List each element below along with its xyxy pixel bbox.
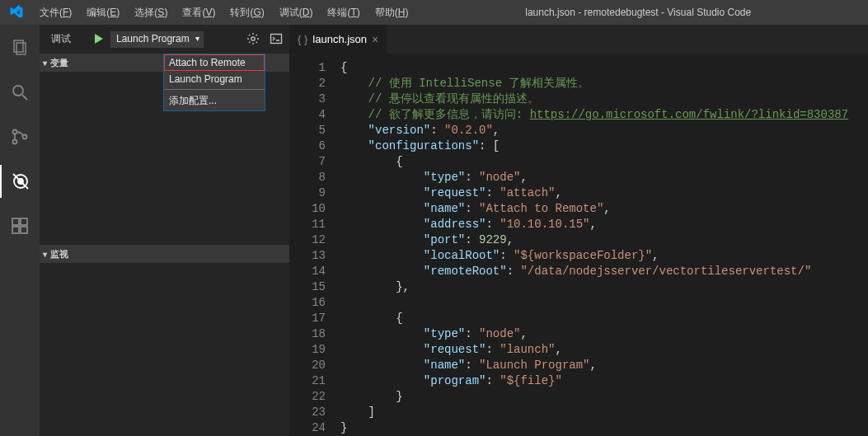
chevron-down-icon: ▾ — [43, 250, 47, 259]
code-line[interactable]: "request": "launch", — [340, 342, 848, 358]
svg-line-3 — [22, 95, 27, 100]
editor-body[interactable]: 123456789101112131415161718192021222324 … — [289, 54, 868, 436]
line-number: 21 — [289, 373, 326, 389]
debug-icon[interactable] — [0, 165, 40, 198]
line-number: 16 — [289, 295, 326, 311]
code-line[interactable]: "type": "node", — [340, 326, 848, 342]
line-number: 10 — [289, 201, 326, 217]
line-number: 13 — [289, 248, 326, 264]
code-line[interactable]: "version": "0.2.0", — [340, 123, 848, 138]
window-title: launch.json - remotedebugtest - Visual S… — [415, 7, 861, 18]
code-line[interactable]: } — [340, 420, 848, 436]
source-control-icon[interactable] — [0, 120, 40, 153]
code-line[interactable]: }, — [340, 279, 848, 295]
code-line[interactable]: "name": "Launch Program", — [340, 358, 848, 373]
svg-point-15 — [251, 36, 255, 40]
svg-point-4 — [13, 130, 17, 134]
close-icon[interactable]: × — [372, 33, 378, 46]
dropdown-add-config[interactable]: 添加配置... — [164, 91, 265, 110]
svg-rect-1 — [16, 43, 26, 54]
code-line[interactable]: "type": "node", — [340, 170, 848, 185]
menu-item[interactable]: 编辑(E) — [80, 2, 126, 23]
line-number: 15 — [289, 279, 326, 295]
line-number: 5 — [289, 123, 326, 138]
code-line[interactable]: // 悬停以查看现有属性的描述。 — [340, 91, 848, 107]
json-file-icon: { } — [298, 33, 307, 45]
dropdown-item[interactable]: Launch Program — [164, 71, 265, 87]
titlebar: 文件(F)编辑(E)选择(S)查看(V)转到(G)调试(D)终端(T)帮助(H)… — [0, 0, 868, 25]
line-number: 7 — [289, 154, 326, 170]
line-number: 1 — [289, 60, 326, 76]
line-number: 24 — [289, 420, 326, 436]
tab-launch-json[interactable]: { } launch.json × — [289, 25, 387, 54]
svg-point-6 — [23, 135, 27, 139]
svg-rect-11 — [21, 218, 27, 225]
search-icon[interactable] — [0, 76, 40, 109]
debug-config-dropdown[interactable]: Attach to RemoteLaunch Program添加配置... — [163, 54, 265, 111]
gear-icon[interactable] — [246, 32, 260, 47]
editor-area: { } launch.json × 1234567891011121314151… — [289, 25, 868, 436]
code-line[interactable]: "program": "${file}" — [340, 373, 848, 389]
vscode-logo-icon — [7, 2, 26, 22]
code-line[interactable]: "remoteRoot": "/data/nodejsserver/vector… — [340, 264, 848, 279]
menu-item[interactable]: 文件(F) — [33, 2, 78, 23]
line-number: 14 — [289, 264, 326, 279]
code-line[interactable]: } — [340, 389, 848, 405]
sidebar-title: 调试 — [51, 32, 71, 46]
svg-rect-10 — [12, 218, 19, 225]
line-number: 9 — [289, 185, 326, 201]
svg-point-2 — [13, 86, 23, 96]
code-line[interactable]: "address": "10.10.10.15", — [340, 217, 848, 232]
explorer-icon[interactable] — [0, 31, 40, 64]
menu-item[interactable]: 查看(V) — [176, 2, 222, 23]
dropdown-item[interactable]: Attach to Remote — [164, 54, 265, 71]
svg-point-5 — [13, 140, 17, 144]
menu-item[interactable]: 调试(D) — [273, 2, 320, 23]
watch-section-body — [40, 263, 289, 436]
line-number: 19 — [289, 342, 326, 358]
code-line[interactable]: "port": 9229, — [340, 232, 848, 248]
code-line[interactable]: { — [340, 60, 848, 76]
menu-item[interactable]: 终端(T) — [321, 2, 366, 23]
extensions-icon[interactable] — [0, 209, 40, 242]
svg-rect-16 — [271, 34, 282, 43]
code-line[interactable]: "configurations": [ — [340, 138, 848, 154]
line-number: 3 — [289, 91, 326, 107]
svg-marker-14 — [95, 34, 103, 44]
code-line[interactable] — [340, 295, 848, 311]
line-number: 22 — [289, 389, 326, 405]
code-line[interactable]: // 欲了解更多信息，请访问: https://go.microsoft.com… — [340, 107, 848, 123]
debug-toolbar: 调试 Launch Program — [40, 25, 289, 54]
watch-label: 监视 — [50, 248, 68, 260]
line-number: 2 — [289, 76, 326, 91]
watch-section-header[interactable]: ▾ 监视 — [40, 245, 289, 263]
code-line[interactable]: // 使用 IntelliSense 了解相关属性。 — [340, 76, 848, 91]
code-line[interactable]: "localRoot": "${workspaceFolder}", — [340, 248, 848, 264]
menu-item[interactable]: 转到(G) — [223, 2, 270, 23]
line-number: 12 — [289, 232, 326, 248]
line-number-gutter: 123456789101112131415161718192021222324 — [289, 54, 340, 436]
code-line[interactable]: "request": "attach", — [340, 185, 848, 201]
start-debug-button[interactable] — [92, 32, 106, 47]
debug-sidebar: 调试 Launch Program Attach to RemoteLaunch… — [40, 25, 289, 436]
editor-tabs: { } launch.json × — [289, 25, 868, 54]
chevron-down-icon: ▾ — [43, 59, 47, 68]
svg-point-9 — [18, 179, 23, 184]
code-line[interactable]: "name": "Attach to Remote", — [340, 201, 848, 217]
menu-item[interactable]: 选择(S) — [128, 2, 174, 23]
code-line[interactable]: { — [340, 154, 848, 170]
code-line[interactable]: { — [340, 311, 848, 326]
line-number: 8 — [289, 170, 326, 185]
code-line[interactable]: ] — [340, 405, 848, 420]
debug-console-icon[interactable] — [270, 32, 283, 47]
debug-config-select[interactable]: Launch Program — [110, 31, 204, 48]
code-content[interactable]: { // 使用 IntelliSense 了解相关属性。 // 悬停以查看现有属… — [340, 54, 848, 436]
tab-label: launch.json — [312, 33, 367, 45]
line-number: 6 — [289, 138, 326, 154]
menu-bar: 文件(F)编辑(E)选择(S)查看(V)转到(G)调试(D)终端(T)帮助(H) — [33, 2, 415, 23]
menu-item[interactable]: 帮助(H) — [368, 2, 415, 23]
line-number: 17 — [289, 311, 326, 326]
activity-bar — [0, 25, 40, 436]
svg-rect-13 — [21, 227, 27, 233]
variables-label: 变量 — [50, 57, 68, 69]
